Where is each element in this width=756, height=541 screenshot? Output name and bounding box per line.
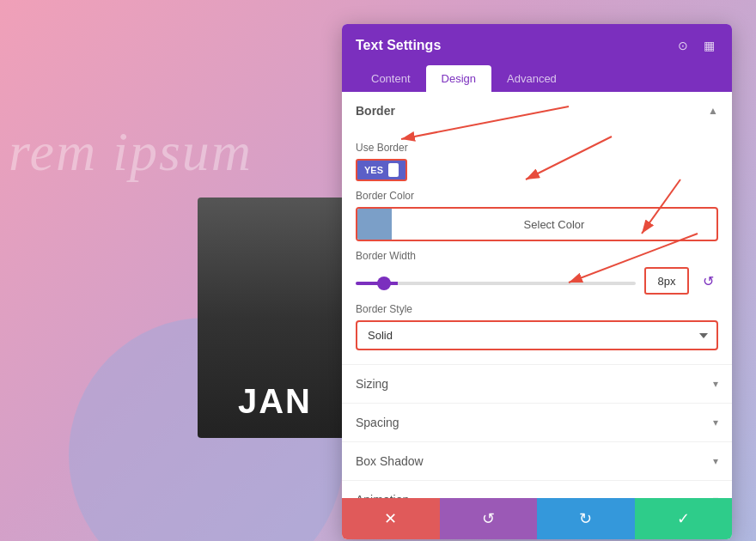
panel-header: Text Settings ⊙ ▦ Content Design Advance… [342, 24, 732, 92]
use-border-toggle-container: YES [356, 159, 718, 181]
border-section: Border ▲ Use Border YES Border Color [342, 92, 732, 365]
border-color-label: Border Color [356, 190, 718, 202]
save-icon: ✓ [677, 509, 690, 528]
animation-section[interactable]: Animation ▾ [342, 481, 732, 498]
columns-icon[interactable]: ▦ [699, 36, 718, 55]
border-width-row: ↺ [356, 267, 718, 295]
tabs: Content Design Advanced [356, 65, 718, 92]
text-settings-panel: Text Settings ⊙ ▦ Content Design Advance… [342, 24, 732, 539]
tab-content[interactable]: Content [356, 65, 426, 92]
sizing-section[interactable]: Sizing ▾ [342, 365, 732, 404]
spacing-title: Spacing [356, 416, 399, 429]
settings-icon[interactable]: ⊙ [674, 36, 692, 55]
cancel-button[interactable]: ✕ [342, 498, 440, 539]
border-color-row: Select Color [356, 207, 718, 241]
border-width-slider-wrapper [356, 273, 636, 289]
lorem-ipsum-text: rem ipsum [9, 120, 253, 184]
spacing-section[interactable]: Spacing ▾ [342, 404, 732, 442]
border-section-header[interactable]: Border ▲ [342, 92, 732, 130]
spacing-arrow-icon: ▾ [713, 416, 718, 429]
border-width-slider[interactable] [356, 282, 636, 285]
panel-title-row: Text Settings ⊙ ▦ [356, 36, 718, 55]
sizing-title: Sizing [356, 377, 388, 391]
redo-icon: ↻ [579, 509, 592, 528]
boxshadow-arrow-icon: ▾ [713, 455, 718, 467]
boxshadow-title: Box Shadow [356, 454, 424, 468]
reset-icon: ↺ [482, 509, 495, 528]
color-swatch[interactable] [357, 209, 392, 240]
panel-header-icons: ⊙ ▦ [674, 36, 718, 55]
panel-body: Border ▲ Use Border YES Border Color [342, 92, 732, 498]
boxshadow-section[interactable]: Box Shadow ▾ [342, 442, 732, 481]
redo-button[interactable]: ↻ [537, 498, 635, 539]
tab-design[interactable]: Design [426, 65, 491, 92]
save-button[interactable]: ✓ [635, 498, 733, 539]
toggle-switch-thumb [388, 163, 399, 177]
border-width-label: Border Width [356, 250, 718, 262]
left-image-label: JAN [238, 382, 312, 421]
border-section-content: Use Border YES Border Color Select Color [342, 130, 732, 364]
select-color-button[interactable]: Select Color [392, 211, 716, 238]
bottom-bar: ✕ ↺ ↻ ✓ [342, 498, 732, 539]
border-width-input[interactable] [644, 267, 689, 295]
cancel-icon: ✕ [384, 509, 397, 528]
border-style-select[interactable]: Solid None Dashed Dotted Double [356, 320, 718, 350]
use-border-toggle[interactable]: YES [356, 159, 407, 181]
border-section-title: Border [356, 104, 395, 118]
border-collapse-icon: ▲ [708, 105, 718, 117]
border-style-label: Border Style [356, 303, 718, 315]
tab-advanced[interactable]: Advanced [491, 65, 572, 92]
reset-button[interactable]: ↺ [440, 498, 538, 539]
toggle-yes-label: YES [364, 165, 383, 175]
sizing-arrow-icon: ▾ [713, 378, 718, 390]
left-image-card: JAN [198, 198, 352, 438]
panel-wrapper: Text Settings ⊙ ▦ Content Design Advance… [354, 12, 744, 527]
panel-title: Text Settings [356, 38, 441, 53]
border-width-reset-icon[interactable]: ↺ [698, 270, 718, 291]
use-border-label: Use Border [356, 142, 718, 154]
